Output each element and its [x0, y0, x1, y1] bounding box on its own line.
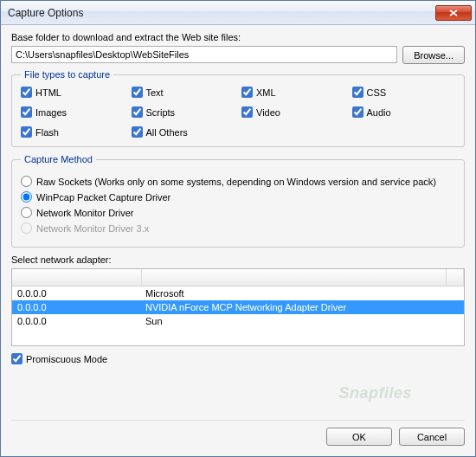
filetype-checkbox[interactable]: [132, 106, 143, 118]
watermark: Snapfiles: [338, 384, 412, 402]
filetype-video[interactable]: Video: [241, 106, 345, 118]
filetype-images[interactable]: Images: [21, 106, 125, 118]
adapter-label: Select network adapter:: [11, 254, 465, 265]
capture-method-label: Network Monitor Driver 3.x: [36, 223, 149, 234]
capture-method-label: Network Monitor Driver: [36, 208, 133, 218]
base-folder-input[interactable]: [11, 46, 397, 63]
filetype-checkbox[interactable]: [352, 106, 363, 118]
filetype-label: Audio: [367, 107, 391, 118]
adapter-col-name[interactable]: [142, 269, 447, 286]
browse-button[interactable]: Browse...: [402, 46, 465, 64]
filetype-label: Flash: [35, 127, 59, 138]
filetype-label: Scripts: [146, 107, 176, 118]
capture-method-option[interactable]: Network Monitor Driver: [21, 207, 455, 218]
filetype-label: Video: [256, 107, 280, 118]
filetype-flash[interactable]: Flash: [21, 126, 125, 138]
filetype-label: Images: [35, 107, 67, 118]
close-icon: [449, 10, 458, 16]
cancel-button[interactable]: Cancel: [399, 428, 465, 446]
adapter-ip: 0.0.0.0: [12, 288, 142, 299]
file-types-legend: File types to capture: [21, 69, 113, 80]
window: Capture Options Base folder to download …: [0, 0, 476, 457]
adapter-col-ip[interactable]: [12, 269, 142, 286]
window-title: Capture Options: [8, 7, 435, 19]
filetype-checkbox[interactable]: [241, 87, 253, 98]
base-folder-label: Base folder to download and extract the …: [11, 32, 465, 42]
close-button[interactable]: [435, 5, 472, 21]
button-row: OK Cancel: [11, 420, 465, 449]
content-area: Base folder to download and extract the …: [1, 25, 475, 456]
adapter-row[interactable]: 0.0.0.0Sun: [12, 314, 464, 328]
capture-method-radio[interactable]: [21, 207, 32, 218]
filetype-label: CSS: [367, 87, 387, 98]
file-types-group: File types to capture HTMLTextXMLCSSImag…: [11, 69, 465, 147]
capture-method-group: Capture Method Raw Sockets (Works only o…: [11, 154, 465, 248]
filetype-text[interactable]: Text: [132, 87, 235, 98]
filetype-label: Text: [146, 87, 164, 98]
filetype-label: All Others: [146, 127, 188, 138]
capture-method-radio: [21, 222, 32, 234]
promiscuous-input[interactable]: [11, 353, 23, 364]
filetype-checkbox[interactable]: [352, 87, 363, 98]
adapter-name: Microsoft: [142, 288, 464, 299]
filetype-checkbox[interactable]: [21, 106, 32, 118]
titlebar[interactable]: Capture Options: [1, 1, 475, 25]
adapter-name: Sun: [142, 316, 464, 326]
filetype-scripts[interactable]: Scripts: [132, 106, 235, 118]
filetype-all-others[interactable]: All Others: [132, 126, 235, 138]
adapter-row[interactable]: 0.0.0.0NVIDIA nForce MCP Networking Adap…: [12, 300, 464, 314]
promiscuous-label: Promiscuous Mode: [26, 354, 107, 364]
filetype-label: HTML: [35, 87, 61, 98]
filetype-checkbox[interactable]: [132, 126, 143, 138]
capture-method-option[interactable]: WinPcap Packet Capture Driver: [21, 191, 455, 203]
adapter-header[interactable]: [12, 269, 464, 286]
capture-method-legend: Capture Method: [21, 154, 96, 164]
capture-method-radio[interactable]: [21, 191, 32, 203]
filetype-audio[interactable]: Audio: [352, 106, 456, 118]
adapter-row[interactable]: 0.0.0.0Microsoft: [12, 286, 464, 300]
capture-method-label: WinPcap Packet Capture Driver: [36, 192, 170, 203]
adapter-ip: 0.0.0.0: [12, 316, 142, 326]
filetype-xml[interactable]: XML: [241, 87, 345, 98]
ok-button[interactable]: OK: [326, 428, 392, 446]
filetype-checkbox[interactable]: [21, 87, 32, 98]
adapter-ip: 0.0.0.0: [12, 302, 142, 312]
adapter-list[interactable]: 0.0.0.0Microsoft0.0.0.0NVIDIA nForce MCP…: [11, 268, 465, 346]
filetype-checkbox[interactable]: [241, 106, 253, 118]
capture-method-radio[interactable]: [21, 176, 32, 187]
filetype-checkbox[interactable]: [132, 87, 143, 98]
filetype-css[interactable]: CSS: [352, 87, 456, 98]
filetype-html[interactable]: HTML: [21, 87, 125, 98]
adapter-col-extra[interactable]: [447, 269, 464, 286]
filetype-label: XML: [256, 87, 276, 98]
adapter-name: NVIDIA nForce MCP Networking Adapter Dri…: [142, 302, 464, 312]
capture-method-option[interactable]: Raw Sockets (Works only on some systems,…: [21, 176, 455, 187]
capture-method-option: Network Monitor Driver 3.x: [21, 222, 455, 234]
filetype-checkbox[interactable]: [21, 126, 32, 138]
promiscuous-checkbox[interactable]: Promiscuous Mode: [11, 353, 465, 364]
capture-method-label: Raw Sockets (Works only on some systems,…: [36, 177, 436, 187]
